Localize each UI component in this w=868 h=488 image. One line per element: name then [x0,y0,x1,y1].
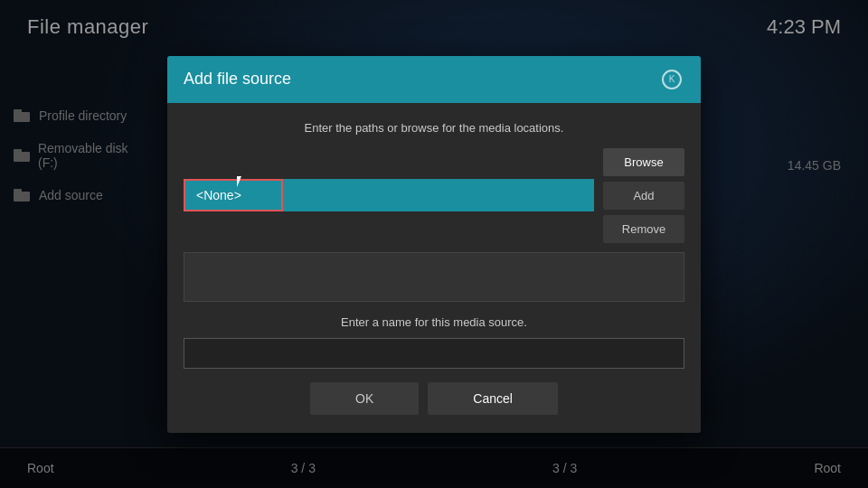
name-input[interactable] [184,338,684,369]
source-row: <None> Browse Add Remove [184,148,684,243]
kodi-icon: K [659,67,684,92]
dialog-header: Add file source K [167,56,701,103]
add-file-source-dialog: Add file source K Enter the paths or bro… [167,56,701,433]
none-button[interactable]: <None> [184,179,283,211]
remove-button[interactable]: Remove [603,215,684,243]
add-button[interactable]: Add [603,182,684,210]
source-list-area [184,252,684,302]
cancel-button[interactable]: Cancel [428,382,558,415]
dialog-body: Enter the paths or browse for the media … [167,103,701,433]
name-instruction: Enter a name for this media source. [184,315,684,329]
ok-button[interactable]: OK [310,382,419,415]
source-path-display[interactable] [283,179,594,211]
dialog-overlay: Add file source K Enter the paths or bro… [0,0,868,488]
dialog-title: Add file source [184,70,291,89]
dialog-actions: OK Cancel [184,382,684,415]
source-action-buttons: Browse Add Remove [603,148,684,243]
paths-instruction: Enter the paths or browse for the media … [184,121,684,135]
name-section: Enter a name for this media source. [184,315,684,369]
browse-button[interactable]: Browse [603,148,684,176]
kodi-logo: K [662,70,682,89]
